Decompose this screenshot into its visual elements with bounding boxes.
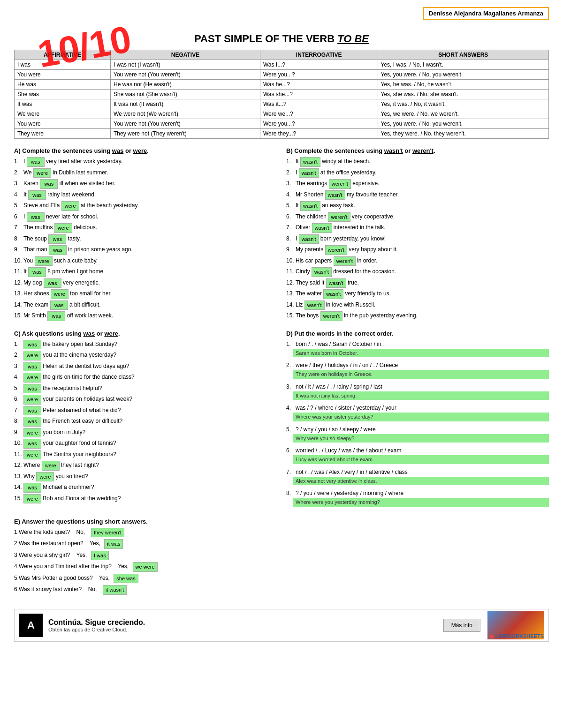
answer-box[interactable]: was [28,267,46,277]
list-item: 2.We were in Dublin last summer. [14,168,277,178]
table-cell: Were they...? [260,129,378,139]
answer-box[interactable]: wasn't [312,223,332,233]
yes-no-label: Yes, [118,562,131,570]
answer-box[interactable]: wasn't [312,267,332,277]
answer-box[interactable]: wasn't [300,157,320,167]
liveworksheets-logo: ▶ LIVEWORKSHEETS [490,633,544,639]
list-item: 12.They said it wasn't true. [286,278,549,288]
answer-box[interactable]: it was [104,539,123,549]
list-item: 3.The earrings weren't expensive. [286,179,549,189]
answer-box[interactable]: wasn't [299,234,319,244]
answer-box[interactable]: weren't [328,212,350,222]
answer-line: It was not rainy last spring. [293,391,549,400]
item-num: 9. [14,428,23,436]
answer-box[interactable]: I was [91,551,109,561]
answer-box[interactable]: were [33,168,51,178]
answer-box[interactable]: was [49,245,67,255]
answer-box[interactable]: was [23,483,41,493]
answer-box[interactable]: wasn't [300,201,320,211]
table-cell: You were not (You weren't) [111,70,260,80]
answer-box[interactable]: wasn't [299,168,319,178]
section-e-title: E) Answer the questions using short answ… [14,518,549,525]
answer-box[interactable]: were [23,351,41,360]
item-num: 6. [286,212,296,221]
answer-box[interactable]: were [23,450,41,460]
section-a-were: were [133,147,147,154]
answer-box[interactable]: was [27,157,45,167]
answer-box[interactable]: were [61,201,79,211]
list-item: 9.That man was in prison some years ago. [14,245,277,255]
table-cell: Was she...? [260,90,378,99]
table-cell: Was it...? [260,99,378,109]
answer-box[interactable]: were [51,289,68,299]
list-item: 6.Was it snowy last winter? No, it wasn'… [14,585,549,595]
answer-box[interactable]: wasn't [323,289,343,299]
section-c: C) Ask questions using was or were. 1.wa… [14,330,277,510]
answer-box[interactable]: weren't [325,245,347,255]
item-num: 8. [286,234,296,243]
answer-box[interactable]: was [47,311,65,321]
answer-box[interactable]: they weren't [91,528,124,538]
table-cell: He was not (He wasn't) [111,80,260,90]
list-item: 13.Her shoes were too small for her. [14,289,277,299]
answer-box[interactable]: was [23,340,41,350]
d-item: 8.? / you / were / yesterday / morning /… [286,489,549,507]
answer-box[interactable]: was [23,439,41,449]
section-a: A) Complete the sentences using was or w… [14,147,277,323]
answer-box[interactable]: was [48,234,66,244]
list-item: 14.was Michael a drummer? [14,483,277,493]
table-cell: Yes, she was. / No, she wasn't. [378,90,549,99]
answer-box[interactable]: was [40,179,58,189]
answer-box[interactable]: were [54,223,72,233]
answer-box[interactable]: wasn't [325,190,345,200]
answer-box[interactable]: were [35,256,53,266]
answer-box[interactable]: weren't [320,311,342,321]
answer-box[interactable]: were [42,461,60,471]
answer-box[interactable]: weren't [329,179,351,189]
student-name-box: Denisse Alejandra Magallanes Armanza [423,7,549,20]
list-item: 13.Why were you so tired? [14,472,277,482]
yes-no-label: No, [88,585,101,593]
answer-box[interactable]: was [50,300,68,310]
item-num: 6. [14,586,19,593]
list-item: 10.You were such a cute baby. [14,256,277,266]
answer-box[interactable]: were [23,494,41,504]
answer-box[interactable]: was [23,406,41,416]
item-num: 5. [14,384,23,392]
section-c-were: were [104,330,118,337]
answer-box[interactable]: were [23,428,41,438]
item-num: 10. [14,439,23,447]
answer-box[interactable]: was [23,362,41,372]
answer-box[interactable]: was [23,417,41,427]
answer-box[interactable]: wasn't [304,300,325,310]
yes-no-label: Yes, [76,551,90,559]
answer-box[interactable]: were [36,472,54,482]
yes-no-label: No, [76,528,90,536]
list-item: 5.Was Mrs Potter a good boss? Yes, she w… [14,574,549,584]
col-header-interrogative: INTERROGATIVE [260,50,378,60]
ad-button[interactable]: Más info [443,619,480,632]
item-num: 12. [14,278,23,287]
list-item: 6.I was never late for school. [14,212,277,222]
answer-box[interactable]: was [23,384,41,394]
answer-box[interactable]: were [23,395,41,405]
list-item: 12.My dog was very energetic. [14,278,277,288]
answer-box[interactable]: it wasn't [103,585,127,595]
answer-box[interactable]: we were [133,562,158,572]
answer-box[interactable]: wasn't [326,278,346,288]
answer-box[interactable]: were [23,373,41,383]
answer-box[interactable]: was [28,190,46,200]
answer-box[interactable]: she was [114,574,138,584]
d-item: 3.not / it / was / . / rainy / spring / … [286,383,549,400]
answer-box[interactable]: was [27,212,45,222]
item-num: 3. [286,179,296,188]
item-num: 15. [286,311,296,320]
answer-box[interactable]: weren't [334,256,356,266]
item-num: 3. [14,179,23,188]
item-num: 6. [14,212,23,221]
item-num: 11. [14,450,23,458]
item-num: 5. [14,575,19,581]
list-item: 8.I wasn't born yesterday, you know! [286,234,549,244]
answer-box[interactable]: was [44,278,61,288]
item-num: 14. [14,300,23,309]
